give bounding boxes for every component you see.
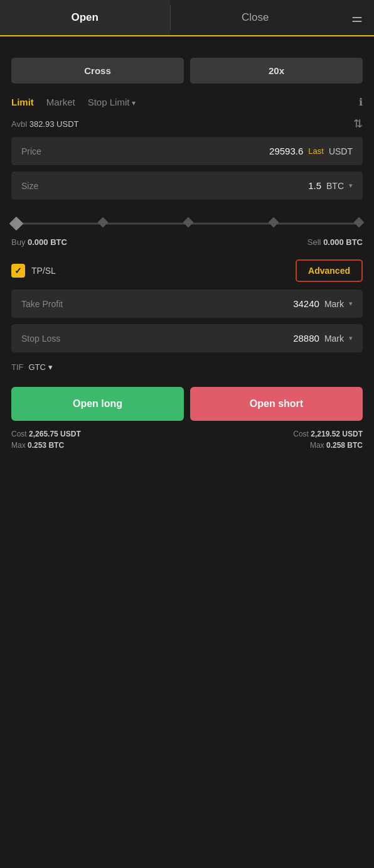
checkbox-check-icon: ✓ xyxy=(14,266,22,276)
long-max-value: 0.253 BTC xyxy=(28,441,64,450)
settings-icon[interactable]: ⚌ xyxy=(340,10,374,25)
sell-value: 0.000 BTC xyxy=(323,237,363,247)
slider-track-container[interactable] xyxy=(11,216,363,231)
tpsl-row: ✓ TP/SL Advanced xyxy=(11,259,363,282)
tpsl-checkbox[interactable]: ✓ xyxy=(11,264,25,278)
order-type-stop-limit[interactable]: Stop Limit xyxy=(88,97,136,107)
leverage-button[interactable]: 20x xyxy=(190,58,363,84)
advanced-button[interactable]: Advanced xyxy=(296,259,363,282)
open-long-button[interactable]: Open long xyxy=(11,387,184,421)
long-max-label: Max 0.253 BTC xyxy=(11,441,81,450)
size-value-group: 1.5 BTC ▾ xyxy=(308,180,353,191)
main-content: Cross 20x Limit Market Stop Limit ℹ Avbl… xyxy=(0,36,374,453)
size-value: 1.5 xyxy=(308,180,321,191)
price-value: 29593.6 xyxy=(269,146,303,156)
price-field[interactable]: Price 29593.6 Last USDT xyxy=(11,137,363,165)
short-cost-label: Cost 2,219.52 USDT xyxy=(293,430,363,438)
take-profit-field[interactable]: Take Profit 34240 Mark ▾ xyxy=(11,290,363,318)
tab-close[interactable]: Close xyxy=(171,0,341,35)
buy-sell-labels: Buy 0.000 BTC Sell 0.000 BTC xyxy=(11,237,363,247)
tif-selected: GTC xyxy=(29,362,46,372)
transfer-icon[interactable]: ⇅ xyxy=(353,117,363,131)
tp-sl-inputs: Take Profit 34240 Mark ▾ Stop Loss 28880… xyxy=(11,290,363,352)
short-max-label: Max 0.258 BTC xyxy=(293,441,363,450)
tif-label: TIF xyxy=(11,362,24,372)
take-profit-value-group: 34240 Mark ▾ xyxy=(293,298,353,309)
tpsl-left: ✓ TP/SL xyxy=(11,264,56,278)
tab-bar: Open Close ⚌ xyxy=(0,0,374,36)
sell-label: Sell 0.000 BTC xyxy=(307,237,363,247)
tick-50[interactable] xyxy=(183,217,194,228)
size-label: Size xyxy=(21,181,38,191)
info-icon[interactable]: ℹ xyxy=(359,96,363,108)
tick-0[interactable] xyxy=(9,217,24,231)
stop-loss-label: Stop Loss xyxy=(21,334,60,344)
action-buttons-row: Open long Open short xyxy=(11,387,363,421)
short-cost-col: Cost 2,219.52 USDT Max 0.258 BTC xyxy=(293,430,363,450)
tif-value[interactable]: GTC ▾ xyxy=(29,362,53,372)
long-cost-label: Cost 2,265.75 USDT xyxy=(11,430,81,438)
tif-row: TIF GTC ▾ xyxy=(11,362,363,372)
stop-loss-field[interactable]: Stop Loss 28880 Mark ▾ xyxy=(11,324,363,352)
buy-label: Buy 0.000 BTC xyxy=(11,237,67,247)
size-dropdown-arrow[interactable]: ▾ xyxy=(349,182,353,190)
open-short-button[interactable]: Open short xyxy=(190,387,363,421)
size-unit: BTC xyxy=(326,181,344,191)
avbl-label: Avbl 382.93 USDT xyxy=(11,119,78,129)
cost-max-row: Cost 2,265.75 USDT Max 0.253 BTC Cost 2,… xyxy=(11,430,363,450)
tab-open[interactable]: Open xyxy=(0,0,170,36)
position-slider[interactable] xyxy=(11,216,363,231)
buy-value: 0.000 BTC xyxy=(28,237,67,247)
price-label: Price xyxy=(21,146,41,156)
tick-marks xyxy=(11,219,363,229)
take-profit-label: Take Profit xyxy=(21,299,63,309)
short-cost-value: 2,219.52 USDT xyxy=(311,430,363,438)
stop-loss-value: 28880 xyxy=(293,333,319,344)
order-type-limit[interactable]: Limit xyxy=(11,97,34,107)
long-cost-value: 2,265.75 USDT xyxy=(29,430,81,438)
tpsl-label: TP/SL xyxy=(31,266,56,276)
mode-row: Cross 20x xyxy=(11,58,363,84)
tif-dropdown-icon[interactable]: ▾ xyxy=(48,362,53,372)
order-type-market[interactable]: Market xyxy=(46,97,75,107)
stop-loss-dropdown[interactable]: ▾ xyxy=(349,334,353,342)
stop-loss-value-group: 28880 Mark ▾ xyxy=(293,333,353,344)
take-profit-unit: Mark xyxy=(324,299,344,309)
cross-button[interactable]: Cross xyxy=(11,58,184,84)
order-type-row: Limit Market Stop Limit ℹ xyxy=(11,96,363,108)
long-cost-col: Cost 2,265.75 USDT Max 0.253 BTC xyxy=(11,430,81,450)
size-field[interactable]: Size 1.5 BTC ▾ xyxy=(11,171,363,200)
tick-75[interactable] xyxy=(269,217,279,228)
price-tag: Last xyxy=(308,146,324,156)
stop-loss-unit: Mark xyxy=(324,334,344,344)
short-max-value: 0.258 BTC xyxy=(326,441,363,450)
take-profit-dropdown[interactable]: ▾ xyxy=(349,300,353,308)
available-balance-row: Avbl 382.93 USDT ⇅ xyxy=(11,117,363,131)
take-profit-value: 34240 xyxy=(293,298,319,309)
tick-25[interactable] xyxy=(98,217,109,228)
price-value-group: 29593.6 Last USDT xyxy=(269,146,353,156)
price-unit: USDT xyxy=(329,146,353,156)
tick-100[interactable] xyxy=(354,217,365,228)
